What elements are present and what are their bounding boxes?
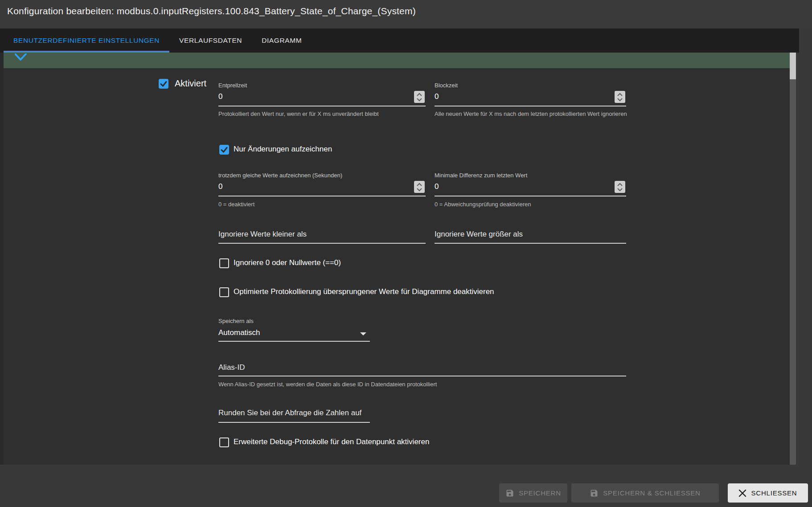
stepper-arrows-icon <box>616 92 624 102</box>
close-button-label: SCHLIESSEN <box>751 489 797 497</box>
debug-label: Erweiterte Debug-Protokolle für den Date… <box>234 437 429 446</box>
accordion-header[interactable] <box>4 53 790 68</box>
dialog-titlebar: Konfiguration bearbeiten: modbus.0.input… <box>0 0 812 29</box>
entprellzeit-label: Entprellzeit <box>218 82 247 89</box>
stepper-arrows-icon <box>415 92 423 102</box>
minimale-differenz-underline <box>435 196 626 196</box>
gleiche-werte-stepper[interactable] <box>414 181 425 193</box>
nur-aenderungen-label: Nur Änderungen aufzeichnen <box>234 145 332 154</box>
blockzeit-helper: Alle neuen Werte für X ms nach dem letzt… <box>435 109 631 119</box>
tab-verlaufsdaten[interactable]: VERLAUFSDATEN <box>169 29 252 53</box>
content-scrollbar[interactable] <box>790 53 796 465</box>
minimale-differenz-helper: 0 = Abweichungsprüfung deaktivieren <box>435 200 631 209</box>
entprellzeit-stepper[interactable] <box>414 91 425 103</box>
dialog-title: Konfiguration bearbeiten: modbus.0.input… <box>7 6 416 16</box>
blockzeit-label: Blockzeit <box>435 82 458 89</box>
ignoriere-null-label: Ignoriere 0 oder Nullwerte (==0) <box>234 258 341 267</box>
settings-panel: Aktiviert Entprellzeit 0 Protokolliert d… <box>4 53 790 465</box>
ignoriere-groesser-underline <box>435 243 626 244</box>
speichern-als-label: Speichern als <box>218 318 254 324</box>
aktiviert-label: Aktiviert <box>175 78 206 89</box>
save-button-label: SPEICHERN <box>519 489 561 497</box>
runden-underline <box>218 422 370 423</box>
ignoriere-null-checkbox[interactable] <box>219 258 229 268</box>
save-and-close-button[interactable]: SPEICHERN & SCHLIESSEN <box>571 483 719 503</box>
close-button[interactable]: SCHLIESSEN <box>728 483 808 503</box>
entprellzeit-underline <box>218 106 426 106</box>
scrollbar-thumb[interactable] <box>790 53 796 79</box>
speichern-als-select[interactable]: Automatisch <box>218 328 260 337</box>
ignoriere-kleiner-input[interactable]: Ignoriere Werte kleiner als <box>218 230 307 239</box>
gleiche-werte-label: trotzdem gleiche Werte aufzeichnen (Seku… <box>218 172 342 179</box>
save-icon <box>505 489 514 498</box>
config-edit-dialog: Konfiguration bearbeiten: modbus.0.input… <box>0 0 812 507</box>
tab-bar: BENUTZERDEFINIERTE EINSTELLUNGEN VERLAUF… <box>0 29 799 53</box>
optimierte-protokollierung-label: Optimierte Protokollierung übersprungene… <box>234 287 494 296</box>
left-edge-strip <box>0 53 4 465</box>
entprellzeit-helper: Protokolliert den Wert nur, wenn er für … <box>218 109 426 119</box>
entprellzeit-input[interactable]: 0 <box>218 92 222 101</box>
blockzeit-underline <box>435 106 626 106</box>
tab-benutzerdefinierte-einstellungen[interactable]: BENUTZERDEFINIERTE EINSTELLUNGEN <box>4 29 169 53</box>
blockzeit-stepper[interactable] <box>615 91 625 103</box>
gleiche-werte-underline <box>218 196 426 196</box>
optimierte-protokollierung-checkbox[interactable] <box>219 287 229 297</box>
alias-id-helper: Wenn Alias-ID gesetzt ist, werden die Da… <box>218 380 626 389</box>
tab-diagramm[interactable]: DIAGRAMM <box>252 29 312 53</box>
minimale-differenz-label: Minimale Differenz zum letzten Wert <box>435 172 527 179</box>
ignoriere-groesser-input[interactable]: Ignoriere Werte größer als <box>435 230 523 239</box>
minimale-differenz-stepper[interactable] <box>615 181 625 193</box>
save-button[interactable]: SPEICHERN <box>499 483 567 503</box>
ignoriere-kleiner-underline <box>218 243 426 244</box>
nur-aenderungen-checkbox[interactable] <box>219 145 229 155</box>
gleiche-werte-input[interactable]: 0 <box>218 182 222 191</box>
runden-input[interactable]: Runden Sie bei der Abfrage die Zahlen au… <box>218 409 361 417</box>
checkmark-icon <box>159 79 168 89</box>
save-icon <box>590 489 599 498</box>
close-icon <box>738 489 746 497</box>
aktiviert-checkbox[interactable] <box>159 79 168 89</box>
blockzeit-input[interactable]: 0 <box>435 92 439 101</box>
dropdown-caret-icon[interactable] <box>360 332 366 335</box>
stepper-arrows-icon <box>415 182 423 192</box>
gleiche-werte-helper: 0 = deaktiviert <box>218 200 426 209</box>
stepper-arrows-icon <box>616 182 624 192</box>
save-and-close-button-label: SPEICHERN & SCHLIESSEN <box>603 489 701 497</box>
alias-id-underline <box>218 376 626 376</box>
debug-checkbox[interactable] <box>219 437 229 447</box>
checkmark-icon <box>219 145 229 155</box>
minimale-differenz-input[interactable]: 0 <box>435 182 439 191</box>
speichern-als-underline <box>218 341 370 342</box>
alias-id-input[interactable]: Alias-ID <box>218 363 245 372</box>
